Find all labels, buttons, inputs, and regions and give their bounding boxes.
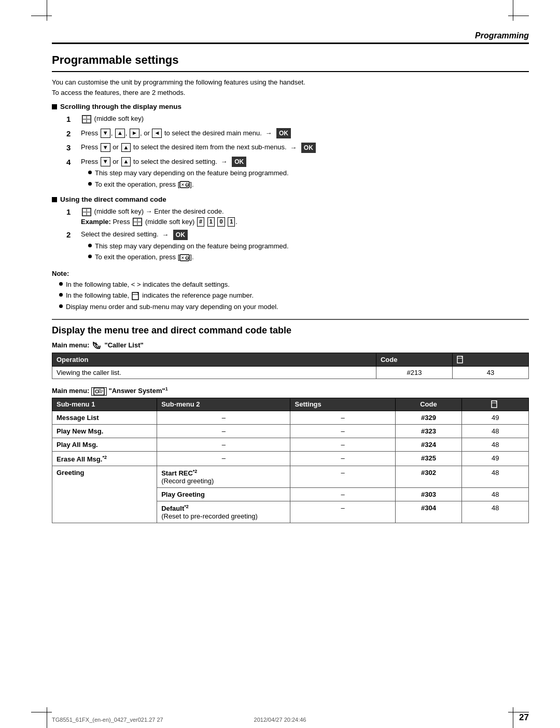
caller-list-icon-label: "Caller List" <box>104 342 143 349</box>
ans-row-2: Play New Msg. – – #323 48 <box>52 425 529 438</box>
key-hash: # <box>197 217 204 226</box>
bullet-square-1 <box>52 104 57 109</box>
answer-system-sup: 1 <box>165 386 168 391</box>
ans-settings-7: – <box>290 501 395 523</box>
crop-bl-h <box>31 712 52 712</box>
ans-ref-1: 49 <box>462 411 529 425</box>
ans-row-1: Message List – – #329 49 <box>52 411 529 425</box>
key-up: ▲ <box>115 129 125 137</box>
note-bullet-2: In the following table, indicates the re… <box>59 290 529 301</box>
ans-sub2-3: – <box>157 438 290 452</box>
crop-marks-top <box>0 0 560 31</box>
note-bullet-3: Display menu order and sub-menu may vary… <box>59 302 529 312</box>
exit-key-icon: ✕⏻ <box>179 181 190 188</box>
round-bullet-2-2-1 <box>88 244 92 247</box>
intro-text: You can customise the unit by programmin… <box>52 77 529 97</box>
caller-list-label: Main menu: "Caller List" <box>52 341 529 351</box>
round-bullet-n2 <box>59 293 63 297</box>
content-area: Programming Programmable settings You ca… <box>52 31 529 697</box>
ans-sub2-2: – <box>157 425 290 438</box>
ans-code-6: #303 <box>395 487 462 501</box>
answer-icon-svg <box>93 387 105 396</box>
menu-tree-title: Display the menu tree and direct command… <box>52 325 529 336</box>
step-4-bullets: This step may vary depending on the feat… <box>88 168 529 189</box>
step-content-2-2: Select the desired setting. → OK This st… <box>81 229 529 263</box>
ans-row-5: Greeting Start REC*2(Record greeting) – … <box>52 466 529 487</box>
bullet-4-2: To exit the operation, press [✕⏻]. <box>88 179 529 190</box>
bullet-2-2-1: This step may vary depending on the feat… <box>88 241 529 251</box>
key-1b: 1 <box>228 217 235 226</box>
td-ref: 43 <box>452 366 528 379</box>
ref-book-icon <box>131 291 141 301</box>
step-1-3: 3 Press ▼ or ▲ to select the desired ite… <box>66 142 529 154</box>
key-1: 1 <box>207 217 215 226</box>
ans-ref-4: 49 <box>462 452 529 466</box>
ref-icon-header <box>457 356 465 364</box>
method2-heading: Using the direct command code <box>52 195 529 203</box>
bullet-text-4-2: To exit the operation, press [✕⏻]. <box>95 179 194 190</box>
note-heading: Note: <box>52 270 529 277</box>
answer-system-label: Main menu: "Answer System"1 <box>52 386 529 396</box>
th-ref <box>452 353 528 367</box>
intro-line-1: You can customise the unit by programmin… <box>52 78 305 86</box>
arrow-3: → <box>221 157 228 167</box>
ok-box-1: OK <box>276 128 291 138</box>
round-bullet-4-2 <box>88 182 92 186</box>
ans-settings-1: – <box>290 411 395 425</box>
step-1-1: 1 (middle soft key) <box>66 114 529 125</box>
note-bullets: In the following table, < > indicates th… <box>59 279 529 312</box>
svg-text:✕⏻: ✕⏻ <box>181 256 189 260</box>
th-code: Code <box>376 353 452 367</box>
caller-list-phone-icon <box>91 341 103 351</box>
key-down-3: ▼ <box>101 157 110 166</box>
ans-sub2-6: Play Greeting <box>157 487 290 501</box>
answer-table-header-row: Sub-menu 1 Sub-menu 2 Settings Code <box>52 398 529 411</box>
note-text-1: In the following table, < > indicates th… <box>66 279 230 290</box>
method1-steps: 1 (middle soft key) 2 Press ▼, ▲, ►, or … <box>66 114 529 190</box>
ans-sub1-2: Play New Msg. <box>52 425 157 438</box>
th-code-ans: Code <box>395 398 462 411</box>
answer-system-main-label: Main menu: <box>52 387 91 395</box>
ans-sub1-1: Message List <box>52 411 157 425</box>
ans-ref-2: 48 <box>462 425 529 438</box>
menu-key-icon-1 <box>82 115 91 123</box>
ref-icon-header-2 <box>491 400 499 409</box>
svg-text:✕⏻: ✕⏻ <box>181 183 189 187</box>
ans-ref-3: 48 <box>462 438 529 452</box>
ans-ref-6: 48 <box>462 487 529 501</box>
step-1-4: 4 Press ▼ or ▲ to select the desired set… <box>66 157 529 191</box>
svg-rect-13 <box>492 401 497 408</box>
key-left: ◄ <box>152 129 162 137</box>
svg-rect-4 <box>132 292 138 300</box>
key-down-2: ▼ <box>101 143 110 152</box>
th-sub1: Sub-menu 1 <box>52 398 157 411</box>
key-up-2: ▲ <box>121 143 131 152</box>
step-num-1-3: 3 <box>66 142 78 154</box>
ans-settings-6: – <box>290 487 395 501</box>
crop-bl-v <box>47 707 47 728</box>
step-content-1-1: (middle soft key) <box>81 114 529 124</box>
arrow-1: → <box>265 128 272 138</box>
ans-settings-5: – <box>290 466 395 487</box>
answer-system-icon <box>91 387 107 396</box>
ans-row-3: Play All Msg. – – #324 48 <box>52 438 529 452</box>
note-section: Note: In the following table, < > indica… <box>52 270 529 312</box>
bullet-text-4-1: This step may vary depending on the feat… <box>95 168 289 178</box>
crop-tr-v <box>513 0 513 21</box>
ans-sub2-4: – <box>157 452 290 466</box>
page-number: 27 <box>519 712 529 723</box>
step-num-2-1: 1 <box>66 206 78 218</box>
ans-code-4: #325 <box>395 452 462 466</box>
ans-settings-2: – <box>290 425 395 438</box>
th-settings: Settings <box>290 398 395 411</box>
example-label: Example: <box>81 218 111 226</box>
ans-settings-3: – <box>290 438 395 452</box>
method2-heading-text: Using the direct command code <box>60 195 166 203</box>
step-num-1-1: 1 <box>66 114 78 125</box>
step-content-1-2: Press ▼, ▲, ►, or ◄ to select the desire… <box>81 128 529 139</box>
step-content-1-4: Press ▼ or ▲ to select the desired setti… <box>81 157 529 191</box>
note-bullet-1: In the following table, < > indicates th… <box>59 279 529 290</box>
menu-key-icon-3 <box>133 218 142 226</box>
bullet-square-2 <box>52 197 57 202</box>
step-2-1: 1 (middle soft key) → Enter the desired … <box>66 206 529 227</box>
